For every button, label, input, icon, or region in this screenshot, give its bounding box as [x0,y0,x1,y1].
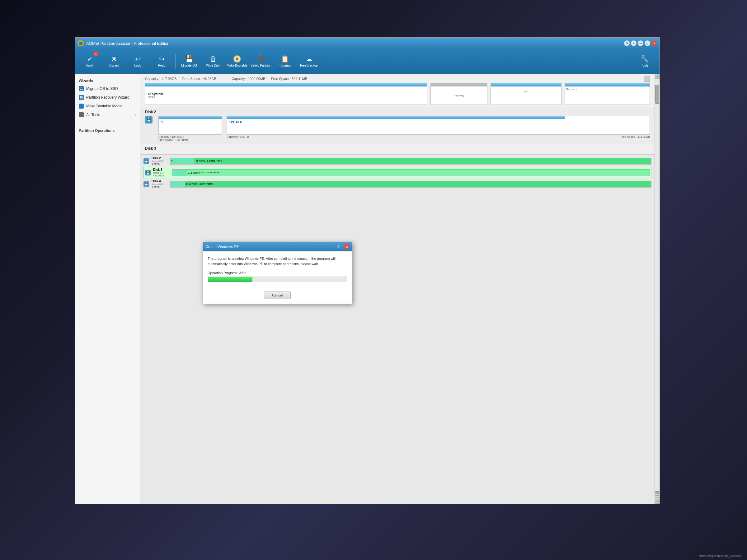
sidebar-migrate-os-label: Migrate OS to SSD [86,86,118,91]
disk2-label: Disk 2 [145,110,650,114]
discard-icon: ⊗ [111,56,117,62]
disk1-free-space: Free Space : 46.28GB [182,77,216,81]
discard-label: Discard [109,64,119,67]
sidebar-make-bootable-label: Make Bootable Media [86,104,122,108]
disk-map-disk2-seg2[interactable]: D:DATA 1.82TB NTFS [195,158,651,164]
scroll-dot-1 [655,491,659,495]
progress-bar [208,276,347,282]
disk-map-disk4-label: Disk 4 [152,180,163,183]
sidebar: Wizards 💻 Migrate OS to SSD 🔄 Partition … [75,74,140,504]
disk-map-disk4-seg1[interactable] [171,181,185,187]
disk1-unallocated[interactable]: Recovery [431,83,487,105]
disk1-expand-button[interactable]: ⋮ [644,76,650,82]
tools-button[interactable]: 🔧 Tools [633,50,656,73]
disk1-system-partition[interactable]: C: System NTFS [145,83,427,105]
disk2-partition2[interactable]: D:DATA Capacity : 1.82TB Free Space : 45… [227,116,650,138]
wipe-disk-button[interactable]: 🗑 Wipe Disk [201,50,225,73]
disk-map-disk2-type: Basic GPT [152,160,163,163]
disk3-label-area: Disk 3 [140,144,654,155]
partition-recovery-icon: 🔄 [79,95,84,100]
toolbar-separator-1 [175,54,176,69]
disk-map-disk2-size: 1.82TB [152,163,163,165]
disk1-right-partition[interactable]: Recovery [565,83,650,105]
menu-button[interactable]: ≡ [631,41,637,46]
dialog-title: Create Windows PE [205,244,335,249]
undo-icon: ↩ [135,56,141,62]
toolbar: 1 ✓ Apply ⊗ Discard ↩ Undo ↪ Redo 💾 Migr… [75,49,660,74]
undo-button[interactable]: ↩ Undo [126,50,149,73]
app-icon: 🔵 [77,40,84,46]
scrollbar-track[interactable] [655,79,660,490]
apply-button[interactable]: 1 ✓ Apply [78,50,101,73]
sidebar-migrate-os[interactable]: 💻 Migrate OS to SSD [75,84,140,93]
disk-map-disk2-icon: 💾 [144,158,149,164]
disk3-label: Disk 3 [145,146,650,151]
free-backup-button[interactable]: ☁ Free Backup [297,50,320,73]
scroll-dot-2 [655,495,659,496]
partition-ops-title: Partition Operations [75,126,140,134]
dialog-footer: Cancel [203,292,352,304]
sidebar-make-bootable[interactable]: 👤 Make Bootable Media [75,102,140,110]
disk-map-disk4-row: 💾 Disk 4 Basic GPT 1.82TB [144,180,651,189]
refresh-button[interactable]: ⟳ [624,41,630,46]
all-tools-chevron-icon: › [135,113,136,117]
migrate-os-sidebar-icon: 💻 [79,86,84,91]
disk2-icon: 💾 [145,116,153,124]
disk1-extra-partition[interactable]: EFI [491,83,562,105]
disk-map-disk4-seg2[interactable]: I: 备份盘 1.82TB NTFS [185,181,651,187]
disk2-p2-name: D:DATA [229,120,647,124]
disk-map-disk2-seg1[interactable]: *: [171,158,195,164]
scrollbar-thumb[interactable] [655,85,659,104]
disk-map-disk3-bar: G:System 465.36GB NTFS [172,169,650,176]
undo-label: Undo [134,64,141,67]
app-window: 🔵 AOMEI Partition Assistant Professional… [75,37,660,504]
disk-map-disk2-label: Disk 2 [152,157,163,160]
progress-bar-fill [208,277,252,282]
disk-map-disk3-size: 465.76GB [153,174,165,177]
scrollbar: ▲ ▼ [654,74,660,504]
disk-map-disk2-bar: *: D:DATA 1.82TB NTFS [170,158,651,165]
apply-badge: 1 [93,51,98,56]
disk1-section: Capacity : 117.99GB Free Space : 46.28GB… [140,74,654,107]
disk2-section: Disk 2 💾 *: Capacity : 128.00MB [140,107,654,144]
tutorials-button[interactable]: 📋 Tutorials [273,50,297,73]
url-bar: https://blog.csdn.net/qq_43808700 [699,554,742,558]
disk2-partition1[interactable]: *: Capacity : 128.00MB Free Space : 128.… [158,116,222,141]
sidebar-partition-recovery[interactable]: 🔄 Partition Recovery Wizard [75,93,140,102]
redo-icon: ↪ [159,56,165,62]
make-bootable-label: Make Bootable [227,64,248,67]
sidebar-all-tools[interactable]: ··· All Tools › [75,110,140,119]
close-button[interactable]: ✕ [651,41,657,46]
dialog-title-bar: Create Windows PE ⓘ ✕ [203,242,352,251]
disk-map-container: 💾 Disk 2 Basic GPT 1.82TB *: [140,155,654,192]
scroll-up-button[interactable]: ▲ [655,74,660,79]
minimize-button[interactable]: ─ [638,41,643,46]
dialog-close-button[interactable]: ✕ [344,244,349,249]
safely-partition-button[interactable]: ➕ Safely Partition [249,50,273,73]
wipe-disk-icon: 🗑 [210,56,216,62]
disk1-capacity2: Capacity : 1000.00MB [232,77,265,81]
disk2-p1-capacity: Capacity : 128.00MB [158,135,185,138]
migrate-os-button[interactable]: 💾 Migrate OS [177,50,201,73]
disk2-p2-capacity: Capacity : 1.82TB [227,135,249,138]
create-windows-pe-dialog: Create Windows PE ⓘ ✕ The program is cre… [203,242,352,304]
redo-button[interactable]: ↪ Redo [150,50,173,73]
disk-map-disk3-seg1[interactable] [172,169,186,176]
maximize-button[interactable]: □ [645,41,650,46]
redo-label: Redo [158,64,165,67]
disk-map-disk2-row: 💾 Disk 2 Basic GPT 1.82TB *: [144,157,651,165]
tools-icon: 🔧 [641,56,649,62]
disk-map-disk3-seg2[interactable]: G:System 465.36GB NTFS [186,169,650,176]
disk-map-disk3-type: Basic GPT [153,171,165,174]
cancel-button[interactable]: Cancel [264,292,291,299]
free-backup-icon: ☁ [306,56,312,62]
scroll-down-button[interactable]: ▼ [655,499,660,504]
disk1-capacity: Capacity : 117.99GB [145,77,177,81]
discard-button[interactable]: ⊗ Discard [102,50,125,73]
migrate-os-label: Migrate OS [181,64,197,67]
tutorials-icon: 📋 [281,56,289,62]
disk2-p2-free: Free Space : 454.75GB [620,135,650,138]
make-bootable-button[interactable]: 📀 Make Bootable [225,50,249,73]
window-controls: ⟳ ≡ ─ □ ✕ [624,41,657,46]
disk-map-disk4-bar: I: 备份盘 1.82TB NTFS [170,181,651,188]
